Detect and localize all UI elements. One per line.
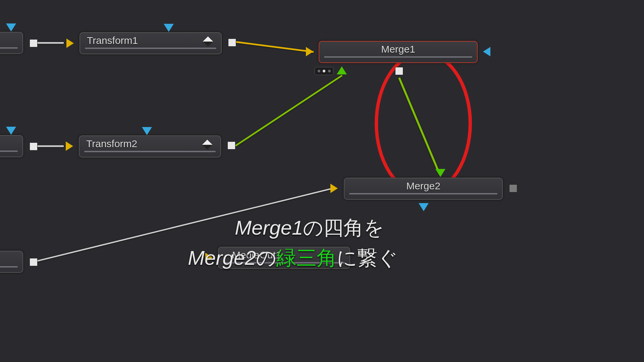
output-port-icon[interactable]	[30, 258, 38, 266]
mask-input-icon[interactable]	[483, 47, 490, 56]
node-graph-canvas[interactable]: Transform1 Merge1 Transform2 Merge2	[0, 0, 644, 362]
node-label: Transform2	[86, 138, 137, 149]
node-partial-mid[interactable]	[0, 135, 23, 157]
annotation-circle	[376, 53, 470, 194]
mask-input-icon[interactable]	[6, 23, 16, 32]
mask-input-icon[interactable]	[6, 127, 16, 135]
output-port-icon[interactable]	[228, 39, 236, 47]
foreground-input-icon[interactable]	[337, 66, 347, 74]
background-input-icon[interactable]	[306, 47, 313, 56]
svg-line-4	[399, 78, 439, 174]
output-port-icon[interactable]	[30, 142, 38, 150]
node-merge1[interactable]: Merge1	[319, 41, 478, 63]
node-partial-top[interactable]	[0, 32, 23, 54]
mask-input-icon[interactable]	[419, 203, 429, 211]
viewer-toggle-icon[interactable]	[203, 36, 213, 47]
output-port-icon[interactable]	[227, 141, 235, 149]
node-label: Merge1	[319, 44, 477, 55]
input-port-icon[interactable]	[66, 141, 73, 151]
foreground-input-icon[interactable]	[435, 169, 445, 177]
background-input-icon[interactable]	[330, 184, 338, 193]
node-transform1[interactable]: Transform1	[79, 32, 222, 54]
output-port-icon[interactable]	[509, 184, 517, 192]
output-port-icon[interactable]	[30, 39, 38, 47]
mask-input-icon[interactable]	[142, 127, 152, 135]
node-merge2[interactable]: Merge2	[344, 178, 503, 200]
annotation-text-line2: Merge2の緑三角に繋ぐ	[188, 245, 398, 272]
svg-line-1	[236, 42, 314, 52]
output-port-icon[interactable]	[395, 67, 403, 75]
node-label: Transform1	[87, 35, 138, 46]
viewer-toggle-icon[interactable]	[202, 139, 212, 150]
annotation-text-line1: Merge1の四角を	[235, 215, 384, 242]
mask-input-icon[interactable]	[164, 24, 174, 32]
node-label: Merge2	[344, 180, 502, 192]
viewer-dots[interactable]	[315, 67, 333, 75]
svg-line-3	[235, 75, 342, 146]
node-partial-bottom[interactable]	[0, 251, 23, 273]
node-transform2[interactable]: Transform2	[79, 135, 221, 158]
input-port-icon[interactable]	[66, 39, 74, 48]
